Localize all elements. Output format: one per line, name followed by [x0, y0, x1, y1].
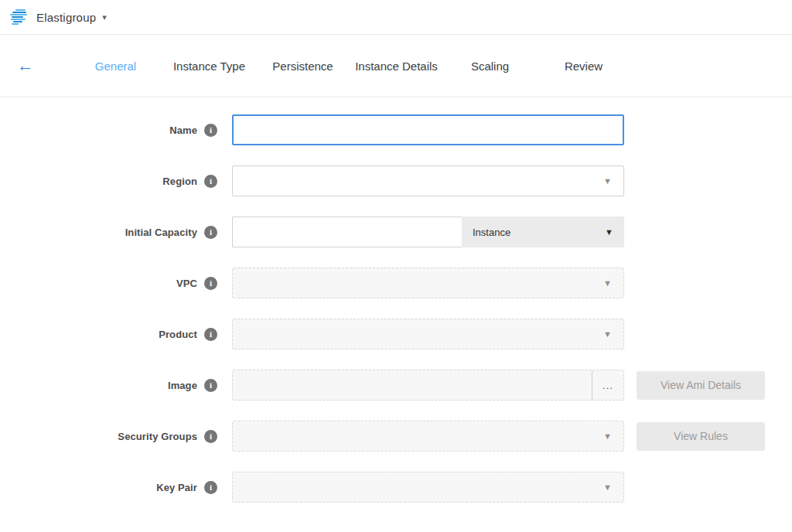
vpc-label: VPC: [176, 278, 197, 289]
initial-capacity-label: Initial Capacity: [125, 227, 197, 238]
tab-instance-type[interactable]: Instance Type: [162, 60, 256, 73]
vpc-row: VPC i ▼: [0, 268, 792, 298]
vpc-select-disabled: [232, 268, 624, 298]
chevron-down-icon: ▼: [603, 483, 612, 492]
region-select[interactable]: ▼: [232, 165, 624, 196]
info-icon: i: [204, 175, 217, 188]
top-bar: Elastigroup ▾: [0, 0, 792, 35]
capacity-unit-select[interactable]: Instance ▼: [462, 217, 624, 247]
tab-instance-details[interactable]: Instance Details: [350, 60, 443, 73]
tab-persistence[interactable]: Persistence: [256, 60, 350, 73]
info-icon: i: [204, 481, 217, 494]
back-arrow-icon[interactable]: ←: [11, 57, 40, 74]
chevron-down-icon: ▼: [603, 330, 612, 339]
key-pair-row: Key Pair i ▼: [0, 472, 792, 503]
view-rules-button[interactable]: View Rules: [637, 422, 765, 451]
info-icon: i: [204, 226, 217, 239]
image-row: Image i ... View Ami Details: [0, 370, 792, 401]
chevron-down-icon: ▼: [603, 432, 612, 441]
view-ami-details-button[interactable]: View Ami Details: [637, 371, 765, 400]
general-settings-form: Name i Region i ▼ Initial Capacity i Ins: [0, 97, 792, 503]
product-select-disabled: [232, 319, 624, 350]
image-picker-value: [233, 370, 592, 400]
image-picker-disabled: ...: [232, 370, 624, 401]
key-pair-select-disabled: [232, 472, 624, 503]
info-icon: i: [204, 328, 217, 341]
wizard-tab-bar: ← General Instance Type Persistence Inst…: [0, 35, 792, 97]
name-input[interactable]: [232, 114, 624, 145]
tab-scaling[interactable]: Scaling: [443, 60, 537, 73]
info-icon: i: [204, 379, 217, 392]
image-label: Image: [168, 380, 197, 391]
chevron-down-icon: ▼: [603, 279, 612, 288]
tab-review[interactable]: Review: [537, 60, 630, 73]
region-label: Region: [162, 176, 197, 187]
tab-general[interactable]: General: [69, 60, 162, 73]
name-label: Name: [169, 124, 197, 136]
elastigroup-logo-icon: [10, 9, 29, 26]
chevron-down-icon: ▾: [102, 13, 107, 22]
info-icon: i: [204, 277, 217, 290]
name-row: Name i: [0, 114, 792, 145]
capacity-unit-value: Instance: [473, 227, 510, 238]
region-row: Region i ▼: [0, 165, 792, 196]
wizard-tabs: General Instance Type Persistence Instan…: [69, 60, 630, 73]
chevron-down-icon: ▼: [605, 228, 613, 237]
info-icon: i: [204, 124, 217, 137]
image-browse-button: ...: [592, 370, 623, 400]
elastigroup-product-switcher[interactable]: Elastigroup ▾: [10, 9, 107, 26]
app-title: Elastigroup: [36, 11, 96, 24]
security-groups-row: Security Groups i ▼ View Rules: [0, 421, 792, 452]
chevron-down-icon: ▼: [603, 177, 612, 186]
product-label: Product: [159, 329, 197, 340]
info-icon: i: [204, 430, 217, 443]
security-groups-select-disabled: [232, 421, 624, 452]
security-groups-label: Security Groups: [118, 431, 197, 442]
key-pair-label: Key Pair: [156, 482, 197, 493]
initial-capacity-input[interactable]: [232, 217, 462, 247]
product-row: Product i ▼: [0, 319, 792, 350]
initial-capacity-row: Initial Capacity i Instance ▼: [0, 217, 792, 247]
